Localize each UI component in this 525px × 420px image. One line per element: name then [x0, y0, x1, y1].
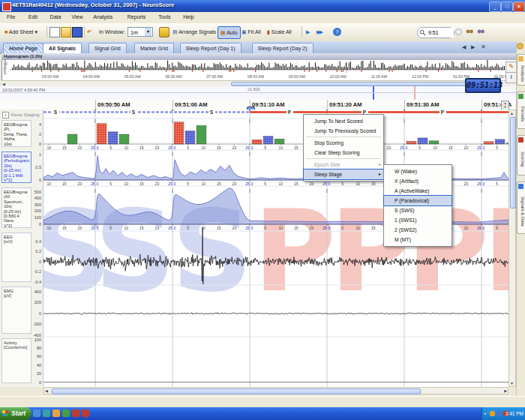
lcd-clock: 09:51:13	[465, 78, 501, 93]
menu-item-clear-sleep-scoring[interactable]: Clear Sleep Scoring	[304, 148, 383, 158]
search-box[interactable]	[417, 27, 454, 38]
tab-home-page[interactable]: Home Page	[3, 43, 44, 54]
submenu-item-a-activewake-[interactable]: A (ActiveWake)	[384, 186, 452, 196]
vertical-scrollbar[interactable]: ▲ ▼	[508, 110, 516, 387]
find-next-icon[interactable]	[465, 27, 474, 36]
tab-signal-grid[interactable]: Signal Grid	[88, 43, 127, 54]
vscroll-down-icon[interactable]: ▼	[510, 381, 514, 386]
menu-file[interactable]: File	[4, 14, 17, 20]
maximize-button[interactable]: □	[501, 2, 513, 12]
scale-all-button[interactable]: ▮ Scale All	[267, 26, 292, 38]
tab-close-icon[interactable]: ✕	[481, 44, 486, 50]
hypnogram-plot[interactable]	[2, 60, 524, 74]
sidebar-tab-analysis[interactable]: Analysis	[517, 54, 525, 86]
signals-plot[interactable]: SSSPPP	[0, 110, 525, 387]
submenu-item-s-sws-[interactable]: S (SWS)	[384, 206, 452, 215]
fast-forward-button[interactable]: ▶▶	[316, 26, 322, 38]
y-tick-label: 200	[25, 208, 41, 213]
undo-icon[interactable]: ↶	[87, 26, 92, 38]
lock-icon[interactable]	[159, 27, 170, 38]
search-clear-icon[interactable]	[455, 28, 462, 35]
in-window-combobox[interactable]: 1m ▾	[128, 27, 153, 37]
hscroll-right-icon[interactable]: ▶	[504, 388, 507, 393]
fit-all-button[interactable]: ▣ Fit All	[242, 26, 261, 38]
tray-icon-2[interactable]	[496, 411, 502, 416]
new-sheet-icon[interactable]	[50, 27, 60, 38]
windows-logo-icon	[2, 410, 8, 416]
play-button[interactable]: ▶	[306, 26, 310, 38]
combobox-dropdown-icon[interactable]: ▾	[145, 28, 152, 36]
hscroll-thumb[interactable]	[52, 388, 421, 394]
staging-collapse-icon[interactable]: x	[2, 112, 9, 118]
navigator-cursor-pink[interactable]	[414, 86, 416, 100]
menu-item-stop-scoring[interactable]: Stop Scoring	[304, 138, 383, 148]
menu-item-epoch-size[interactable]: Epoch Size▸	[304, 160, 383, 170]
submenu-item-w-wake-[interactable]: W (Wake)	[384, 166, 452, 176]
menu-edit[interactable]: Edit	[26, 14, 40, 20]
quick-launch-icon-2[interactable]	[43, 410, 50, 417]
epoch-time-label[interactable]: 09:50:50 AM	[98, 101, 130, 108]
tab-scroll-right-icon[interactable]: ▶	[471, 44, 475, 50]
hscroll-left-icon[interactable]: ◀	[45, 388, 48, 393]
y-tick-label: 200	[25, 300, 41, 304]
find-prev-icon[interactable]	[476, 27, 485, 36]
freq-tick-label: 0	[248, 182, 256, 186]
start-button[interactable]: Start	[0, 407, 32, 420]
menu-item-jump-to-next-scored[interactable]: Jump To Next Scored	[304, 116, 383, 126]
navigator-cursor-blue[interactable]	[373, 86, 374, 100]
add-sheet-button[interactable]: ■ Add Sheet ▾	[4, 26, 38, 38]
epoch-time-label[interactable]: 09:51:30 AM	[406, 101, 440, 108]
vscroll-thumb[interactable]	[510, 117, 516, 208]
menu-data[interactable]: Data	[48, 14, 64, 20]
submenu-item-1-sws1-[interactable]: 1 (SWS1)	[384, 215, 452, 225]
sidebar-tab-signals-data[interactable]: Signals & Data	[517, 182, 525, 234]
epoch-time-header[interactable]: 09:50:50 AM09:51:00 AM09:51:10 AM09:51:2…	[0, 100, 525, 110]
menu-help[interactable]: Help	[181, 14, 196, 20]
quick-launch-icon-5[interactable]	[72, 410, 80, 417]
open-icon[interactable]	[61, 27, 71, 38]
menu-item-sleep-stage[interactable]: Sleep Stage▸	[304, 170, 383, 179]
menu-item-jump-to-previously-scored[interactable]: Jump To Previously Scored	[304, 126, 383, 136]
edit-pencil-icon[interactable]: ✎	[506, 62, 517, 73]
tab-marker-grid[interactable]: Marker Grid	[134, 43, 174, 54]
tab-sleep-report-day-1-[interactable]: Sleep Report (Day 1)	[180, 43, 242, 54]
info-icon[interactable]: i	[506, 72, 517, 83]
submenu-item-2-sws2-[interactable]: 2 (SWS2)	[384, 225, 452, 235]
submenu-item-x-artifact-[interactable]: X (Artifact)	[384, 176, 452, 186]
freq-tick-label: 0	[93, 146, 102, 150]
horizontal-scrollbar[interactable]: ◀ ▶	[44, 387, 508, 394]
sidebar-tab-scoring[interactable]: Scoring	[517, 135, 525, 176]
minimize-button[interactable]: _	[489, 2, 501, 12]
gear-icon[interactable]	[517, 43, 524, 50]
tab-all-signals[interactable]: All Signals	[43, 43, 82, 54]
close-button[interactable]: ✕	[513, 2, 525, 12]
quick-launch-icon-6[interactable]	[82, 410, 89, 417]
menu-view[interactable]: View	[69, 14, 85, 20]
sidebar-tab-periods[interactable]: Periods	[517, 92, 525, 129]
freq-tick-label: 15	[292, 146, 301, 150]
tray-collapse-icon[interactable]: «	[484, 407, 486, 420]
tray-icon-1[interactable]	[490, 411, 495, 416]
navigator-strip[interactable]: 10/31/2007 4:59:40 PM 10/31/200711/1/200…	[0, 86, 525, 100]
vscroll-up-icon[interactable]: ▲	[510, 111, 514, 116]
quick-launch-icon-1[interactable]	[33, 410, 40, 417]
submenu-item-p-paradoxical-[interactable]: P (Paradoxical)	[384, 196, 452, 206]
quick-launch-icon-4[interactable]	[62, 410, 70, 417]
menu-tools[interactable]: Tools	[156, 14, 172, 20]
epoch-time-label[interactable]: 09:51:00 AM	[175, 101, 208, 108]
help-icon[interactable]: ?	[333, 28, 341, 36]
submenu-item-m-mt-[interactable]: M (MT)	[384, 235, 452, 244]
menu-analysis[interactable]: Analysis	[91, 14, 115, 20]
arrange-signals-button[interactable]: ▤ Arrange Signals	[172, 26, 216, 38]
quick-launch-icon-3[interactable]	[52, 410, 60, 417]
epoch-time-label[interactable]: 09:51:10 AM	[252, 101, 285, 108]
tab-sleep-report-day-2-[interactable]: Sleep Report (Day 2)	[252, 43, 314, 54]
tab-scroll-left-icon[interactable]: ◀	[462, 44, 466, 50]
auto-toggle-button[interactable]: ▦ Auto	[218, 26, 241, 39]
freq-tick-label: 5	[106, 226, 116, 230]
freq-tick-label: 15	[60, 182, 69, 186]
search-input[interactable]	[427, 28, 454, 38]
epoch-time-label[interactable]: 09:51:20 AM	[329, 101, 362, 108]
save-icon[interactable]	[72, 27, 82, 38]
menu-reports[interactable]: Reports	[125, 14, 148, 20]
